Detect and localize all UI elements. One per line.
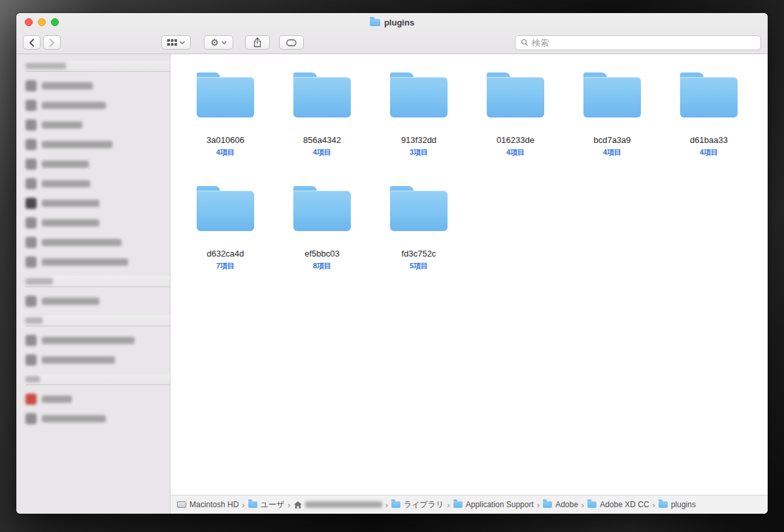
sidebar-item-blurred[interactable] (25, 257, 170, 268)
path-label: Adobe (555, 500, 578, 509)
chevron-right-icon (49, 39, 55, 47)
folder-item-count: 4項目 (313, 148, 331, 157)
folder-name: bcd7a3a9 (593, 135, 630, 145)
folder-icon (390, 77, 448, 117)
tag-icon (286, 39, 297, 46)
search-field[interactable] (515, 35, 761, 50)
sidebar-item-icon (25, 354, 37, 366)
blurred-text (42, 219, 99, 227)
folder-item-count: 4項目 (216, 148, 235, 157)
blurred-text (42, 200, 99, 207)
window-header: plugins (16, 13, 768, 54)
folder-item[interactable]: d632ca4d 7項目 (177, 185, 274, 298)
chevron-left-icon (29, 39, 35, 47)
path-segment[interactable]: ユーザ (248, 499, 285, 510)
folder-item-count: 3項目 (410, 148, 428, 157)
search-input[interactable] (532, 38, 755, 48)
path-label: Application Support (466, 500, 534, 509)
folder-item[interactable]: 3a010606 4項目 (177, 71, 274, 185)
blurred-text (42, 141, 112, 148)
sidebar-item-blurred[interactable] (25, 335, 170, 346)
path-bar: Macintosh HD›ユーザ››ライブラリ›Application Supp… (171, 495, 768, 514)
blurred-text (42, 356, 115, 364)
chevron-separator: › (537, 500, 540, 510)
folder-name: ef5bbc03 (304, 249, 340, 258)
folder-item[interactable]: ef5bbc03 8項目 (274, 185, 370, 298)
window-title: plugins (384, 18, 414, 27)
sidebar-item-blurred[interactable] (25, 178, 170, 189)
sidebar-item-blurred[interactable] (25, 413, 170, 424)
blurred-text (25, 317, 42, 324)
sidebar-item-blurred[interactable] (25, 354, 170, 366)
sidebar-section-header (25, 276, 170, 287)
folder-item-count: 8項目 (313, 261, 331, 271)
grid-view-icon (167, 39, 177, 46)
sidebar-item-blurred[interactable] (25, 139, 170, 150)
forward-button[interactable] (43, 35, 61, 50)
sidebar-section-header (25, 315, 170, 326)
path-segment[interactable]: Macintosh HD (177, 500, 238, 509)
home-icon (294, 501, 302, 509)
path-segment[interactable]: ライブラリ (391, 499, 444, 510)
sidebar-section-header (25, 374, 170, 385)
sidebar-item-blurred[interactable] (25, 80, 170, 91)
sidebar-item-blurred[interactable] (25, 159, 170, 170)
blurred-text (42, 298, 99, 305)
sidebar-item-blurred[interactable] (25, 237, 170, 248)
blurred-text (42, 102, 106, 109)
path-segment[interactable]: Application Support (453, 500, 534, 509)
back-button[interactable] (23, 35, 41, 50)
folder-name: 016233de (497, 135, 534, 145)
path-segment[interactable]: plugins (659, 500, 696, 509)
path-label: plugins (671, 500, 696, 509)
sidebar-item-blurred[interactable] (25, 217, 170, 228)
sidebar-item-icon (25, 413, 37, 424)
folder-item[interactable]: d61baa33 4項目 (661, 71, 757, 185)
path-segment[interactable]: Adobe (543, 500, 578, 509)
tag-button[interactable] (279, 35, 304, 50)
sidebar-item-blurred[interactable] (25, 296, 170, 307)
blurred-text (42, 121, 82, 129)
folder-icon (293, 77, 351, 117)
blurred-text (305, 501, 382, 508)
sidebar-item-blurred[interactable] (25, 198, 170, 209)
folder-item[interactable]: 856a4342 4項目 (274, 71, 370, 185)
sidebar-item-blurred[interactable] (25, 394, 170, 405)
folder-item[interactable]: 913f32dd 3項目 (370, 71, 467, 185)
sidebar-item-blurred[interactable] (25, 100, 170, 111)
sidebar-item-blurred[interactable] (25, 119, 170, 131)
path-segment[interactable] (294, 501, 382, 509)
folder-icon (680, 77, 738, 117)
folder-item[interactable]: fd3c752c 5項目 (370, 185, 467, 298)
proxy-folder-icon[interactable] (370, 19, 380, 26)
gear-icon: ⚙ (210, 38, 219, 47)
folder-icon (248, 501, 257, 508)
path-label: ユーザ (261, 499, 285, 510)
share-button[interactable] (245, 35, 270, 50)
path-segment[interactable]: Adobe XD CC (587, 500, 649, 509)
path-label: Macintosh HD (189, 500, 238, 509)
chevron-separator: › (653, 500, 655, 510)
blurred-text (42, 82, 93, 89)
folder-name: 856a4342 (303, 135, 341, 145)
chevron-separator: › (581, 500, 584, 510)
action-menu-button[interactable]: ⚙ (204, 35, 233, 50)
sidebar-item-icon (25, 335, 37, 346)
blurred-text (42, 161, 89, 168)
blurred-text (42, 239, 122, 246)
chevron-separator: › (287, 500, 290, 510)
folder-item[interactable]: 016233de 4項目 (467, 71, 564, 185)
view-options-button[interactable] (161, 35, 191, 50)
blurred-text (42, 337, 135, 344)
folder-icon (659, 501, 668, 508)
folder-item-count: 4項目 (506, 148, 525, 157)
folder-name: d632ca4d (206, 249, 244, 258)
sidebar-item-icon (25, 159, 37, 170)
sidebar-section-header (25, 61, 170, 72)
folder-item[interactable]: bcd7a3a9 4項目 (564, 71, 661, 185)
folder-name: 913f32dd (401, 135, 436, 145)
chevron-down-icon (180, 41, 185, 44)
folder-icon (583, 77, 641, 117)
sidebar-item-icon (25, 139, 37, 150)
toolbar: ⚙ (16, 31, 768, 54)
